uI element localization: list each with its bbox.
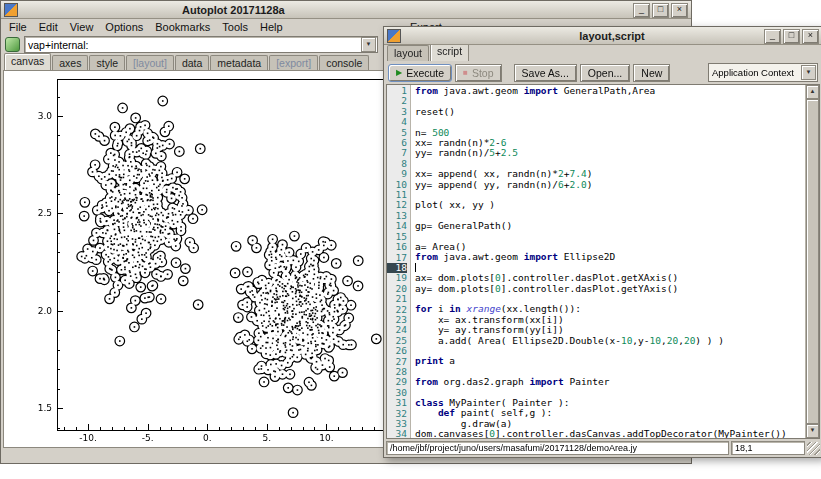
context-value: Application Context (709, 67, 800, 78)
menu-edit[interactable]: Edit (33, 20, 64, 34)
stop-label: Stop (472, 67, 494, 79)
menu-bookmarks[interactable]: Bookmarks (149, 20, 216, 34)
address-combobox: ▼ (24, 36, 378, 53)
context-dropdown-icon: ▼ (801, 65, 816, 80)
code-line-25[interactable]: a.add( Area( Ellipse2D.Double(x-10,y-10,… (415, 336, 805, 346)
menu-options[interactable]: Options (99, 20, 149, 34)
code-line-29[interactable]: from org.das2.graph import Painter (415, 377, 805, 387)
tab-layout[interactable]: [layout] (126, 55, 174, 71)
new-button[interactable]: New (633, 64, 670, 82)
script-titlebar[interactable]: layout,script _ □ × (384, 27, 821, 45)
scrollbar-thumb[interactable] (806, 99, 819, 424)
script-tab-bar: layoutscript (384, 45, 821, 61)
close-icon[interactable]: × (802, 29, 819, 44)
menu-file[interactable]: File (3, 20, 33, 34)
code-line-34[interactable]: dom.canvases[0].controller.dasCanvas.add… (415, 429, 805, 438)
tab-script[interactable]: script (430, 43, 469, 61)
open-button[interactable]: Open... (580, 64, 630, 82)
execute-button[interactable]: ▶ Execute (388, 64, 452, 82)
code-line-27[interactable]: print a (415, 356, 805, 366)
tab-canvas[interactable]: canvas (4, 53, 51, 71)
file-path-field[interactable]: /home/jbf/project/juno/users/masafumi/20… (386, 441, 729, 455)
code-line-10[interactable]: yy= append( yy, randn(n)/6+2.0) (415, 180, 805, 190)
minimize-icon[interactable]: _ (633, 3, 650, 18)
stop-button[interactable]: ■ Stop (455, 64, 501, 82)
code-line-3[interactable]: reset() (415, 107, 805, 117)
caret-position-field: 18,1 (731, 441, 805, 455)
menu-help[interactable]: Help (254, 20, 289, 34)
tab-style[interactable]: style (89, 55, 125, 71)
code-line-17[interactable]: from java.awt.geom import Ellipse2D (415, 252, 805, 262)
code-line-15[interactable] (415, 232, 805, 242)
gutter-line-34: 34 (387, 429, 407, 439)
main-titlebar[interactable]: Autoplot 20171128a _ □ × (1, 1, 691, 19)
save-as-button[interactable]: Save As... (514, 64, 577, 82)
code-line-20[interactable]: ay= dom.plots[0].controller.dasPlot.getY… (415, 284, 805, 294)
address-input[interactable] (25, 38, 360, 51)
tab-layout[interactable]: layout (387, 45, 429, 61)
tab-data[interactable]: data (175, 55, 209, 71)
code-line-26[interactable] (415, 346, 805, 356)
main-window-title: Autoplot 20171128a (182, 4, 285, 16)
maximize-icon[interactable]: □ (652, 3, 669, 18)
script-window: layout,script _ □ × layoutscript ▶ Execu… (383, 26, 821, 458)
gutter-line-26: 26 (387, 346, 407, 356)
script-app-icon (387, 29, 401, 43)
gutter-line-16: 16 (387, 242, 407, 252)
maximize-icon[interactable]: □ (783, 29, 800, 44)
close-icon[interactable]: × (671, 3, 688, 18)
script-window-title: layout,script (579, 30, 644, 42)
resize-grip-icon[interactable] (807, 442, 820, 455)
script-toolbar: ▶ Execute ■ Stop Save As... Open... New … (384, 61, 821, 84)
editor-gutter: 1234567891011121314151617181920212223242… (387, 85, 411, 438)
code-line-4[interactable] (415, 117, 805, 127)
tab-axes[interactable]: axes (52, 55, 88, 71)
bookmark-icon[interactable] (5, 37, 20, 52)
tab-console[interactable]: console (319, 55, 369, 71)
gutter-line-21: 21 (387, 294, 407, 304)
menu-view[interactable]: View (64, 20, 100, 34)
editor-scrollbar[interactable]: ▲ ▼ (805, 85, 819, 438)
scroll-down-icon[interactable]: ▼ (806, 424, 819, 438)
context-select[interactable]: Application Context ▼ (708, 63, 818, 82)
play-icon: ▶ (396, 68, 402, 77)
autoplot-app-icon (4, 3, 18, 17)
code-line-1[interactable]: from java.awt.geom import GeneralPath,Ar… (415, 86, 805, 96)
minimize-icon[interactable]: _ (764, 29, 781, 44)
execute-label: Execute (406, 67, 444, 79)
code-line-7[interactable]: yy= randn(n)/5+2.5 (415, 148, 805, 158)
code-line-12[interactable]: plot( xx, yy ) (415, 200, 805, 210)
editor-code[interactable]: from java.awt.geom import GeneralPath,Ar… (411, 85, 805, 438)
code-editor: 1234567891011121314151617181920212223242… (386, 84, 820, 439)
code-line-2[interactable] (415, 96, 805, 106)
scroll-up-icon[interactable]: ▲ (806, 85, 819, 99)
tab-metadata[interactable]: metadata (210, 55, 268, 71)
address-dropdown-icon[interactable]: ▼ (361, 37, 376, 52)
stop-icon: ■ (463, 68, 468, 77)
script-statusbar: /home/jbf/project/juno/users/masafumi/20… (384, 439, 821, 457)
tab-export[interactable]: [export] (269, 55, 318, 71)
menu-tools[interactable]: Tools (216, 20, 254, 34)
code-line-14[interactable]: gp= GeneralPath() (415, 221, 805, 231)
